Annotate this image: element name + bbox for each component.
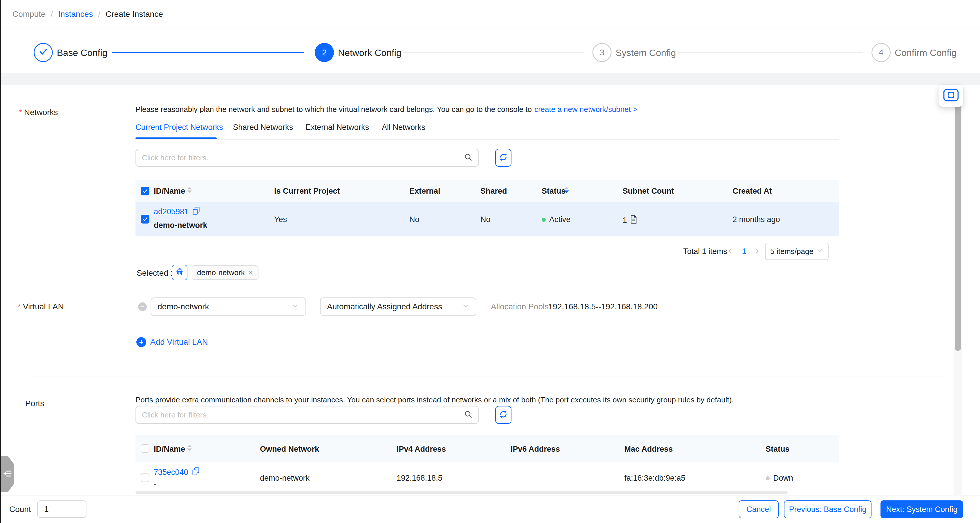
port-table-row[interactable]: 735ec040 - demo-network 192.168.18.5 fa:… [135,463,839,496]
window-edge [0,0,1,523]
tab-external-networks[interactable]: External Networks [305,123,369,132]
count-input[interactable] [37,501,86,518]
networks-hint: Please reasonably plan the network and s… [135,105,637,114]
networks-filter-input[interactable] [142,153,464,162]
networks-refresh-button[interactable] [495,149,511,167]
breadcrumb-separator: / [98,10,100,19]
step-1-circle[interactable] [33,43,53,62]
column-id-name[interactable]: ID/Name [154,445,185,454]
column-status[interactable]: Status [542,187,566,196]
copy-icon[interactable] [192,467,200,478]
search-icon[interactable] [464,153,473,163]
pagination-prev-icon[interactable] [725,246,735,256]
ports-table: ID/Name Owned Network IPv4 Address IPv6 … [135,435,839,496]
pagination-page-1[interactable]: 1 [739,247,749,256]
step-connector-pending [403,52,584,53]
sort-carets-icon[interactable] [187,187,192,193]
row-checkbox[interactable] [141,474,150,482]
ports-filter-input[interactable] [142,410,464,420]
add-virtual-lan-button[interactable]: + Add Virtual LAN [136,337,208,347]
step-1-label[interactable]: Base Config [57,48,107,58]
tab-all-networks[interactable]: All Networks [382,123,425,132]
virtual-lan-field-label: *Virtual LAN [18,302,64,311]
row-checkbox[interactable] [141,215,150,223]
column-external: External [409,187,441,196]
column-id-name[interactable]: ID/Name [154,187,185,196]
ports-field-label: Ports [25,399,44,408]
vertical-scrollbar-thumb[interactable] [955,85,961,351]
side-panel-toggle[interactable] [1,456,14,492]
virtual-lan-network-select[interactable]: demo-network [151,298,306,316]
required-asterisk: * [19,108,22,117]
virtual-lan-address-select[interactable]: Automatically Assigned Address [320,298,476,316]
cell-ipv4: 192.168.18.5 [396,474,442,483]
step-2-label[interactable]: Network Config [338,48,401,58]
network-id-link[interactable]: ad205981 [154,207,189,216]
close-icon[interactable]: × [248,268,253,277]
subnet-document-icon[interactable] [630,215,637,226]
step-connector-pending [678,52,863,53]
networks-field-label: *Networks [19,108,58,117]
down-status-dot [765,476,770,480]
step-2-circle[interactable]: 2 [315,43,334,62]
cell-created-at: 2 months ago [733,215,780,224]
create-network-link[interactable]: create a new network/subnet > [535,105,637,114]
step-4-circle: 4 [872,43,891,62]
tab-baseline [135,139,839,140]
step-connector-done [112,52,304,53]
network-name: demo-network [154,221,207,230]
header-checkbox[interactable] [141,444,150,453]
chevron-down-icon [291,302,299,312]
network-table-row[interactable]: ad205981 demo-network Yes No No Active 1… [135,202,839,236]
cancel-button[interactable]: Cancel [739,501,779,518]
breadcrumb-compute[interactable]: Compute [13,10,46,19]
breadcrumb: Compute / Instances / Create Instance [13,0,163,29]
remove-virtual-lan-button[interactable] [138,303,147,311]
horizontal-scrollbar[interactable] [135,491,788,494]
cell-owned-network: demo-network [260,474,310,483]
previous-step-button[interactable]: Previous: Base Config [784,501,872,518]
create-instance-page: Compute / Instances / Create Instance Ba… [0,0,980,523]
ports-hint: Ports provide extra communication channe… [135,395,734,404]
next-step-button[interactable]: Next: System Config [880,501,963,518]
header-checkbox[interactable] [141,187,150,195]
plus-icon: + [136,337,146,347]
cell-shared: No [480,215,491,224]
tab-current-project-networks[interactable]: Current Project Networks [135,123,223,132]
selected-label: Selected : [137,268,173,278]
breadcrumb-instances[interactable]: Instances [58,10,93,19]
column-owned-network: Owned Network [260,445,319,454]
port-id-link[interactable]: 735ec040 [154,468,188,477]
section-divider [27,377,944,377]
breadcrumb-create-instance: Create Instance [106,10,163,19]
port-name: - [154,480,156,489]
ports-filter[interactable] [135,406,479,424]
allocation-pools-value: 192.168.18.5--192.168.18.200 [548,302,658,311]
refresh-icon [499,152,508,163]
sort-carets-icon[interactable] [564,187,569,193]
chevron-down-icon [816,247,823,256]
sort-carets-icon[interactable] [187,445,192,451]
clear-selection-button[interactable] [172,265,188,281]
search-icon[interactable] [464,410,473,420]
cell-external: No [409,215,420,224]
column-is-current-project: Is Current Project [274,187,340,196]
networks-filter[interactable] [135,149,479,167]
broom-icon [175,268,184,277]
allocation-pools-label: Allocation Pools: [491,302,551,311]
minus-icon [140,306,145,307]
chevron-down-icon [462,302,469,312]
section-gap [0,73,980,85]
copy-icon[interactable] [192,206,200,217]
ports-refresh-button[interactable] [495,406,511,424]
cell-subnet-count: 1 [622,215,637,226]
column-subnet-count: Subnet Count [622,187,674,196]
pagination-next-icon[interactable] [752,246,762,256]
column-status: Status [765,445,790,454]
page-size-select[interactable]: 5 items/page [765,242,829,260]
selected-tag-label: demo-network [197,268,245,277]
tab-shared-networks[interactable]: Shared Networks [233,123,293,132]
fullscreen-toggle-button[interactable] [939,85,963,107]
breadcrumb-separator: / [51,10,53,19]
header-divider [0,28,980,29]
